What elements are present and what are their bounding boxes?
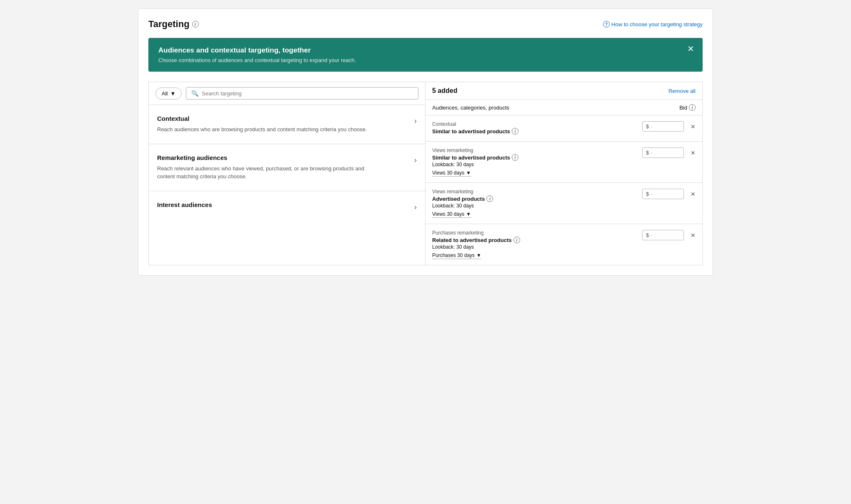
- bid-info-icon[interactable]: i: [689, 104, 696, 111]
- list-item: Views remarketing Similar to advertised …: [426, 142, 702, 183]
- targeting-card: Targeting i ? How to choose your targeti…: [138, 8, 713, 276]
- item-dropdown-label: Purchases 30 days: [432, 252, 475, 258]
- all-dropdown-label: All: [162, 90, 168, 97]
- item-bid-area: $ - ✕: [642, 121, 696, 132]
- interest-title: Interest audiences: [157, 201, 212, 208]
- item-content: Views remarketing Similar to advertised …: [432, 147, 642, 177]
- item-remove-button[interactable]: ✕: [691, 191, 696, 197]
- item-name: Similar to advertised products i: [432, 128, 642, 135]
- item-name-text: Related to advertised products: [432, 237, 512, 243]
- title-info-icon[interactable]: i: [192, 21, 199, 27]
- banner-subtitle: Choose combinations of audiences and con…: [158, 57, 693, 63]
- bid-col-header: Bid i: [679, 104, 696, 111]
- item-name: Related to advertised products i: [432, 237, 642, 243]
- remarketing-content: Remarketing audiences Reach relevant aud…: [157, 154, 382, 181]
- main-content: All ▼ 🔍 Contextual Reach audiences who a…: [148, 82, 703, 265]
- item-dropdown[interactable]: Purchases 30 days ▼: [432, 252, 481, 259]
- all-dropdown[interactable]: All ▼: [155, 87, 182, 100]
- item-category: Views remarketing: [432, 147, 642, 153]
- card-header: Targeting i ? How to choose your targeti…: [148, 19, 703, 30]
- item-name-text: Advertised products: [432, 196, 485, 202]
- interest-chevron-icon: ›: [414, 203, 417, 212]
- item-remove-button[interactable]: ✕: [691, 150, 696, 156]
- left-panel: All ▼ 🔍 Contextual Reach audiences who a…: [149, 82, 426, 265]
- search-icon: 🔍: [191, 90, 198, 97]
- dropdown-chevron-icon: ▼: [466, 170, 471, 176]
- remarketing-desc: Reach relevant audiences who have viewed…: [157, 165, 382, 181]
- audiences-col-label: Audiences, categories, products: [432, 105, 509, 111]
- item-info-icon[interactable]: i: [512, 154, 518, 161]
- dropdown-chevron-icon: ▼: [466, 211, 471, 217]
- item-category: Contextual: [432, 121, 642, 127]
- item-name: Similar to advertised products i: [432, 154, 642, 161]
- remarketing-chevron-icon: ›: [414, 156, 417, 165]
- search-bar: All ▼ 🔍: [149, 82, 425, 105]
- column-headers: Audiences, categories, products Bid i: [426, 100, 702, 115]
- list-item: Views remarketing Advertised products i …: [426, 183, 702, 224]
- item-bid-area: $ - ✕: [642, 147, 696, 158]
- help-question-icon: ?: [603, 21, 610, 27]
- interest-section[interactable]: Interest audiences ›: [149, 191, 425, 217]
- dropdown-chevron-icon: ▼: [476, 252, 481, 258]
- item-info-icon[interactable]: i: [486, 195, 493, 202]
- audiences-col-header: Audiences, categories, products: [432, 104, 509, 111]
- item-bid-area: $ - ✕: [642, 189, 696, 199]
- search-input-wrapper: 🔍: [186, 87, 418, 100]
- bid-input[interactable]: $ -: [642, 147, 684, 158]
- item-remove-button[interactable]: ✕: [691, 124, 696, 130]
- banner-title: Audiences and contextual targeting, toge…: [158, 46, 693, 55]
- bid-input[interactable]: $ -: [642, 230, 684, 240]
- added-count: 5 added: [432, 87, 457, 95]
- item-lookback: Lookback: 30 days: [432, 244, 642, 250]
- item-info-icon[interactable]: i: [513, 237, 520, 243]
- item-bid-area: $ - ✕: [642, 230, 696, 240]
- item-lookback: Lookback: 30 days: [432, 162, 642, 167]
- item-dropdown[interactable]: Views 30 days ▼: [432, 170, 471, 177]
- list-item: Contextual Similar to advertised product…: [426, 115, 702, 142]
- item-remove-button[interactable]: ✕: [691, 232, 696, 238]
- item-dropdown[interactable]: Views 30 days ▼: [432, 211, 471, 218]
- dropdown-chevron-icon: ▼: [170, 90, 175, 97]
- contextual-chevron-icon: ›: [414, 117, 417, 125]
- item-content: Purchases remarketing Related to adverti…: [432, 230, 642, 259]
- item-name-text: Similar to advertised products: [432, 155, 510, 161]
- remove-all-button[interactable]: Remove all: [668, 88, 696, 94]
- page-wrapper: Targeting i ? How to choose your targeti…: [0, 0, 851, 504]
- item-category: Purchases remarketing: [432, 230, 642, 236]
- bid-col-label: Bid: [679, 105, 687, 111]
- item-dropdown-label: Views 30 days: [432, 170, 464, 176]
- title-text: Targeting: [148, 19, 190, 30]
- item-content: Contextual Similar to advertised product…: [432, 121, 642, 135]
- search-input[interactable]: [202, 90, 413, 97]
- item-dropdown-label: Views 30 days: [432, 211, 464, 217]
- item-lookback: Lookback: 30 days: [432, 203, 642, 209]
- right-panel: 5 added Remove all Audiences, categories…: [426, 82, 702, 265]
- right-header: 5 added Remove all: [426, 82, 702, 100]
- help-link[interactable]: ? How to choose your targeting strategy: [603, 21, 703, 27]
- bid-input[interactable]: $ -: [642, 189, 684, 199]
- contextual-section[interactable]: Contextual Reach audiences who are brows…: [149, 105, 425, 144]
- item-name: Advertised products i: [432, 195, 642, 202]
- info-banner: Audiences and contextual targeting, toge…: [148, 38, 703, 72]
- help-link-text: How to choose your targeting strategy: [611, 21, 703, 27]
- contextual-desc: Reach audiences who are browsing product…: [157, 125, 367, 134]
- list-item: Purchases remarketing Related to adverti…: [426, 224, 702, 265]
- page-title: Targeting i: [148, 19, 199, 30]
- item-category: Views remarketing: [432, 189, 642, 195]
- remarketing-title: Remarketing audiences: [157, 154, 382, 161]
- contextual-content: Contextual Reach audiences who are brows…: [157, 115, 367, 134]
- remarketing-section[interactable]: Remarketing audiences Reach relevant aud…: [149, 144, 425, 191]
- item-info-icon[interactable]: i: [512, 128, 518, 135]
- contextual-title: Contextual: [157, 115, 367, 122]
- item-name-text: Similar to advertised products: [432, 128, 510, 135]
- bid-input[interactable]: $ -: [642, 121, 684, 132]
- interest-content: Interest audiences: [157, 201, 212, 212]
- item-content: Views remarketing Advertised products i …: [432, 189, 642, 218]
- banner-close-button[interactable]: ✕: [687, 45, 694, 53]
